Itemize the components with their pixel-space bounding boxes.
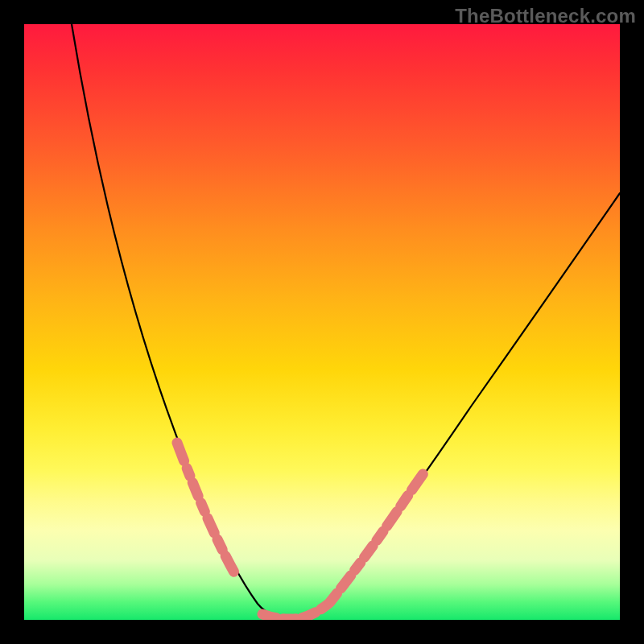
bottleneck-curve-svg <box>24 24 620 620</box>
highlight-right <box>330 435 451 602</box>
bottleneck-curve-line <box>72 24 620 618</box>
highlight-flat <box>262 604 328 619</box>
plot-area <box>24 24 620 620</box>
chart-frame: TheBottleneck.com <box>0 0 644 644</box>
highlight-left <box>177 443 262 613</box>
